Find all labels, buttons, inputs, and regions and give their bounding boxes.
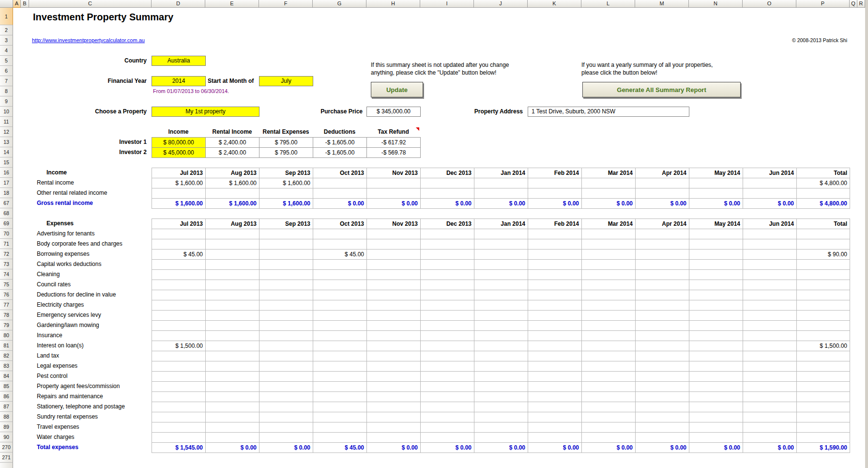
expenses-cell[interactable]	[636, 392, 689, 402]
expenses-cell[interactable]	[636, 341, 689, 351]
expenses-cell[interactable]	[743, 270, 797, 280]
row-header-79[interactable]: 79	[0, 320, 13, 330]
row-header-67[interactable]: 67	[0, 198, 13, 208]
expenses-cell[interactable]: $ 0.00	[582, 443, 636, 453]
expenses-cell[interactable]	[421, 239, 474, 250]
expenses-cell[interactable]	[421, 300, 474, 311]
expenses-cell[interactable]	[797, 351, 850, 361]
income-cell[interactable]	[474, 178, 528, 188]
row-header-83[interactable]: 83	[0, 361, 13, 371]
expenses-cell[interactable]	[797, 331, 850, 341]
expenses-cell[interactable]	[743, 351, 797, 361]
choose-property-cell[interactable]: My 1st property	[152, 107, 259, 117]
income-month-header[interactable]: Feb 2014	[528, 168, 582, 178]
expenses-cell[interactable]	[528, 372, 582, 382]
expenses-cell[interactable]	[528, 321, 582, 331]
expenses-cell[interactable]	[689, 270, 743, 280]
expenses-cell[interactable]: $ 45.00	[152, 250, 206, 260]
expenses-cell[interactable]	[474, 229, 528, 239]
expenses-cell[interactable]	[636, 260, 689, 270]
expenses-cell[interactable]	[528, 331, 582, 341]
row-header-90[interactable]: 90	[0, 432, 13, 442]
expenses-cell[interactable]	[367, 382, 421, 392]
expenses-cell[interactable]	[528, 392, 582, 402]
expenses-cell[interactable]	[689, 382, 743, 392]
expenses-cell[interactable]	[582, 300, 636, 311]
expenses-cell[interactable]	[474, 412, 528, 422]
income-cell[interactable]: $ 1,600.00	[206, 199, 259, 209]
row-header-14[interactable]: 14	[0, 147, 13, 157]
expenses-cell[interactable]	[367, 311, 421, 321]
expenses-cell[interactable]	[797, 300, 850, 311]
expenses-cell[interactable]	[206, 321, 259, 331]
expenses-cell[interactable]	[152, 382, 206, 392]
column-header-B[interactable]: B	[21, 0, 29, 8]
income-month-header[interactable]: Sep 2013	[259, 168, 313, 178]
expenses-cell[interactable]	[206, 260, 259, 270]
expenses-cell[interactable]	[313, 239, 367, 250]
row-header-8[interactable]: 8	[0, 86, 13, 96]
expenses-cell[interactable]	[152, 229, 206, 239]
expenses-cell[interactable]	[206, 270, 259, 280]
expenses-cell[interactable]: $ 1,500.00	[797, 341, 850, 351]
column-header-K[interactable]: K	[528, 0, 581, 8]
expenses-cell[interactable]	[421, 402, 474, 412]
row-header-78[interactable]: 78	[0, 310, 13, 320]
expenses-cell[interactable]	[152, 422, 206, 433]
expenses-cell[interactable]	[743, 321, 797, 331]
row-header-1[interactable]: 1	[0, 8, 13, 25]
column-header-L[interactable]: L	[581, 0, 635, 8]
expenses-cell[interactable]	[689, 321, 743, 331]
expenses-cell[interactable]	[743, 341, 797, 351]
expenses-cell[interactable]	[367, 402, 421, 412]
expenses-cell[interactable]	[582, 341, 636, 351]
expenses-cell[interactable]	[313, 392, 367, 402]
row-header-85[interactable]: 85	[0, 381, 13, 391]
income-month-header[interactable]: May 2014	[689, 168, 743, 178]
expenses-cell[interactable]	[689, 372, 743, 382]
expenses-cell[interactable]	[206, 361, 259, 372]
expenses-cell[interactable]	[206, 290, 259, 300]
expenses-cell[interactable]	[743, 402, 797, 412]
expenses-cell[interactable]	[152, 311, 206, 321]
income-cell[interactable]	[421, 188, 474, 199]
row-header-16[interactable]: 16	[0, 168, 13, 178]
expenses-cell[interactable]	[528, 402, 582, 412]
expenses-cell[interactable]	[206, 300, 259, 311]
expenses-cell[interactable]	[421, 270, 474, 280]
expenses-cell[interactable]	[582, 382, 636, 392]
expenses-cell[interactable]	[259, 331, 313, 341]
row-header-73[interactable]: 73	[0, 259, 13, 269]
expenses-cell[interactable]: $ 45.00	[313, 250, 367, 260]
expenses-cell[interactable]	[797, 229, 850, 239]
row-header-68[interactable]: 68	[0, 208, 13, 218]
expenses-cell[interactable]	[259, 290, 313, 300]
expenses-cell[interactable]	[313, 311, 367, 321]
expenses-cell[interactable]	[367, 270, 421, 280]
column-header-N[interactable]: N	[689, 0, 743, 8]
expenses-cell[interactable]	[582, 260, 636, 270]
expenses-cell[interactable]	[528, 311, 582, 321]
expenses-month-header[interactable]: Jan 2014	[474, 219, 528, 229]
expenses-cell[interactable]	[689, 229, 743, 239]
expenses-cell[interactable]	[636, 290, 689, 300]
income-cell[interactable]	[528, 188, 582, 199]
income-cell[interactable]: $ 1,600.00	[152, 178, 206, 188]
financial-year-cell[interactable]: 2014	[152, 76, 206, 86]
expenses-cell[interactable]	[743, 433, 797, 443]
expenses-cell[interactable]	[797, 260, 850, 270]
income-cell[interactable]: $ 0.00	[421, 199, 474, 209]
investor-cell-r1c4[interactable]: -$ 1,605.00	[313, 138, 367, 148]
income-month-header[interactable]: Jun 2014	[743, 168, 797, 178]
expenses-cell[interactable]	[206, 239, 259, 250]
expenses-cell[interactable]	[528, 250, 582, 260]
expenses-cell[interactable]	[636, 433, 689, 443]
expenses-cell[interactable]: $ 0.00	[421, 443, 474, 453]
expenses-cell[interactable]	[259, 300, 313, 311]
expenses-cell[interactable]	[259, 311, 313, 321]
expenses-month-header[interactable]: Total	[797, 219, 850, 229]
expenses-cell[interactable]	[313, 412, 367, 422]
expenses-cell[interactable]	[313, 300, 367, 311]
expenses-cell[interactable]	[582, 433, 636, 443]
expenses-cell[interactable]	[743, 280, 797, 290]
